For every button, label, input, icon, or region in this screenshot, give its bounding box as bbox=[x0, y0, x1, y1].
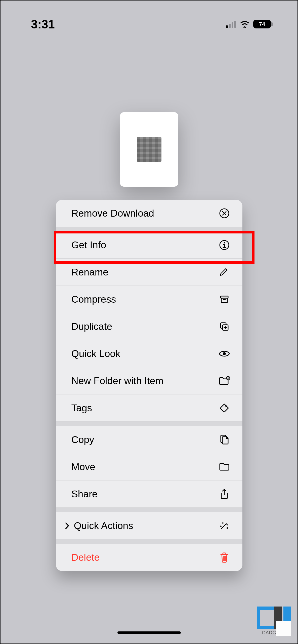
menu-label: Move bbox=[71, 461, 218, 472]
menu-label: Delete bbox=[71, 552, 218, 563]
watermark-logo bbox=[257, 607, 291, 629]
x-circle-icon bbox=[218, 207, 230, 219]
battery-level: 74 bbox=[259, 21, 265, 27]
eye-icon bbox=[218, 348, 230, 360]
menu-duplicate[interactable]: Duplicate bbox=[56, 313, 242, 340]
menu-move[interactable]: Move bbox=[56, 453, 242, 480]
menu-separator bbox=[56, 422, 242, 426]
folder-icon bbox=[218, 461, 230, 473]
pencil-icon bbox=[218, 266, 230, 278]
menu-label: Quick Actions bbox=[74, 520, 218, 531]
trash-icon bbox=[218, 551, 230, 564]
svg-point-7 bbox=[223, 352, 226, 355]
menu-label: Rename bbox=[71, 267, 218, 278]
watermark: GADGETS bbox=[257, 607, 291, 635]
menu-label: Tags bbox=[71, 403, 218, 414]
file-preview[interactable] bbox=[120, 112, 178, 187]
context-menu: Remove Download Get Info Rename Compress bbox=[56, 200, 242, 571]
svg-point-9 bbox=[225, 406, 227, 407]
tag-icon bbox=[218, 402, 230, 414]
battery-icon: 74 bbox=[253, 20, 271, 28]
svg-rect-4 bbox=[221, 298, 227, 303]
menu-remove-download[interactable]: Remove Download bbox=[56, 200, 242, 227]
copy-doc-icon bbox=[218, 434, 230, 446]
menu-quick-actions[interactable]: Quick Actions bbox=[56, 512, 242, 539]
menu-delete[interactable]: Delete bbox=[56, 544, 242, 571]
menu-quick-look[interactable]: Quick Look bbox=[56, 340, 242, 367]
chevron-right-icon bbox=[63, 522, 71, 530]
cellular-icon bbox=[226, 20, 236, 28]
menu-separator bbox=[56, 227, 242, 231]
info-circle-icon bbox=[218, 239, 230, 251]
menu-label: Quick Look bbox=[71, 348, 218, 359]
menu-rename[interactable]: Rename bbox=[56, 259, 242, 286]
menu-get-info[interactable]: Get Info bbox=[56, 231, 242, 259]
menu-label: New Folder with Item bbox=[71, 375, 218, 386]
menu-label: Get Info bbox=[71, 239, 218, 251]
svg-point-2 bbox=[224, 242, 225, 243]
menu-compress[interactable]: Compress bbox=[56, 286, 242, 313]
menu-label: Remove Download bbox=[71, 208, 218, 219]
menu-new-folder[interactable]: New Folder with Item bbox=[56, 367, 242, 394]
menu-separator bbox=[56, 508, 242, 512]
wifi-icon bbox=[240, 20, 250, 28]
menu-label: Copy bbox=[71, 434, 218, 445]
status-indicators: 74 bbox=[226, 20, 271, 28]
menu-label: Compress bbox=[71, 294, 218, 305]
menu-share[interactable]: Share bbox=[56, 480, 242, 508]
menu-separator bbox=[56, 539, 242, 544]
status-time: 3:31 bbox=[31, 17, 55, 31]
menu-copy[interactable]: Copy bbox=[56, 426, 242, 453]
status-bar: 3:31 74 bbox=[5, 14, 293, 34]
magic-wand-icon bbox=[218, 520, 230, 532]
file-thumbnail bbox=[137, 137, 161, 162]
home-indicator bbox=[117, 631, 181, 634]
archivebox-icon bbox=[218, 293, 230, 305]
menu-label: Share bbox=[71, 489, 218, 500]
menu-tags[interactable]: Tags bbox=[56, 394, 242, 422]
folder-plus-icon bbox=[218, 375, 230, 387]
menu-label: Duplicate bbox=[71, 321, 218, 332]
share-icon bbox=[218, 488, 230, 500]
duplicate-plus-icon bbox=[218, 320, 230, 333]
